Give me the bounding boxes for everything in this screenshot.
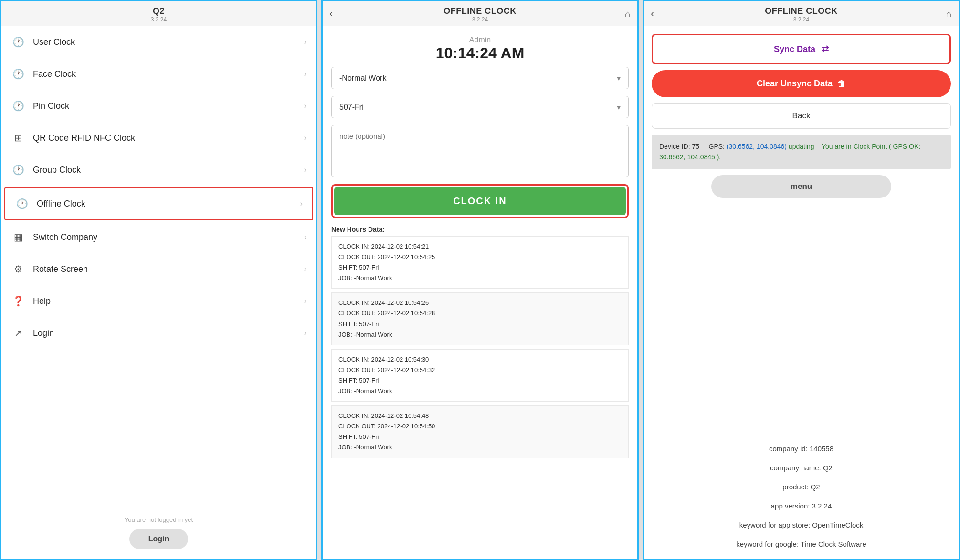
menu-label-switch-company: Switch Company [33,232,304,242]
panel-offline-clock: ‹ OFFLINE CLOCK 3.2.24 ⌂ Admin 10:14:24 … [321,0,639,560]
company-name-row: company name: Q2 [652,461,951,475]
panel1-version: 3.2.24 [1,16,316,23]
menu-icon-qr-code: ⊞ [11,131,25,145]
menu-item-user-clock[interactable]: 🕐 User Clock › [1,26,316,58]
menu-icon-face-clock: 🕐 [11,67,25,81]
menu-label-user-clock: User Clock [33,37,304,47]
menu-item-rotate-screen[interactable]: ⚙ Rotate Screen › [1,253,316,285]
panel3-header: ‹ OFFLINE CLOCK 3.2.24 ⌂ [644,1,959,26]
menu-arrow-pin-clock: › [304,102,306,110]
gps-status: updating [789,143,814,150]
menu-icon-help: ❓ [11,294,25,308]
job-select[interactable]: -Normal Work Other Job 1 [331,67,629,89]
menu-item-login[interactable]: ↗ Login › [1,317,316,349]
menu-arrow-rotate-screen: › [304,265,306,273]
panel2-title: OFFLINE CLOCK [323,6,637,16]
menu-footer: You are not logged in yet Login [1,507,316,559]
menu-label-rotate-screen: Rotate Screen [33,264,304,274]
menu-item-qr-code[interactable]: ⊞ QR Code RFID NFC Clock › [1,122,316,154]
menu-label-offline-clock: Offline Clock [37,199,300,209]
job-dropdown-wrapper: -Normal Work Other Job 1 ▼ [331,67,629,89]
menu-arrow-offline-clock: › [300,199,303,208]
menu-icon-login: ↗ [11,326,25,340]
hours-entry-0: CLOCK IN: 2024-12-02 10:54:21CLOCK OUT: … [331,236,629,289]
menu-item-offline-clock[interactable]: 🕐 Offline Clock › [4,187,313,220]
back-button[interactable]: Back [652,103,951,129]
menu-arrow-login: › [304,329,306,337]
device-id-label: Device ID: [659,143,692,150]
panel2-header: ‹ OFFLINE CLOCK 3.2.24 ⌂ [323,1,637,26]
menu-arrow-help: › [304,297,306,305]
menu-label-login: Login [33,328,304,338]
sync-icon: ⇄ [822,44,829,54]
product-row: product: Q2 [652,480,951,494]
panel-menu: Q2 3.2.24 🕐 User Clock › 🕐 Face Clock › … [0,0,317,560]
app-version-row: app version: 3.2.24 [652,499,951,513]
clear-label: Clear Unsync Data [757,79,833,89]
menu-icon-rotate-screen: ⚙ [11,262,25,276]
panel3-title: OFFLINE CLOCK [644,6,959,16]
panel2-version: 3.2.24 [323,16,637,23]
keyword-google-row: keyword for google: Time Clock Software [652,537,951,551]
sync-body: Sync Data ⇄ Clear Unsync Data 🗑 Back Dev… [644,26,959,559]
menu-arrow-qr-code: › [304,134,306,142]
clear-unsync-button[interactable]: Clear Unsync Data 🗑 [652,70,951,97]
menu-item-help[interactable]: ❓ Help › [1,285,316,317]
keyword-appstore-row: keyword for app store: OpenTimeClock [652,518,951,532]
shift-select[interactable]: 507-Fri Other Shift [331,96,629,118]
menu-icon-pin-clock: 🕐 [11,99,25,113]
panel2-back-button[interactable]: ‹ [329,8,333,20]
gps-coords: (30.6562, 104.0846) [727,143,787,150]
username-label: Admin [331,36,629,44]
menu-icon-group-clock: 🕐 [11,163,25,177]
sync-data-button[interactable]: Sync Data ⇄ [652,34,951,64]
panel-sync: ‹ OFFLINE CLOCK 3.2.24 ⌂ Sync Data ⇄ Cle… [643,0,960,560]
menu-icon-switch-company: ▦ [11,230,25,244]
time-display: 10:14:24 AM [331,44,629,62]
menu-item-pin-clock[interactable]: 🕐 Pin Clock › [1,90,316,122]
panel3-home-button[interactable]: ⌂ [946,8,952,19]
menu-label-qr-code: QR Code RFID NFC Clock [33,133,304,143]
hours-entry-2: CLOCK IN: 2024-12-02 10:54:30CLOCK OUT: … [331,349,629,402]
menu-item-switch-company[interactable]: ▦ Switch Company › [1,221,316,253]
hours-entries-container: CLOCK IN: 2024-12-02 10:54:21CLOCK OUT: … [331,236,629,462]
panel1-header: Q2 3.2.24 [1,1,316,26]
menu-item-face-clock[interactable]: 🕐 Face Clock › [1,58,316,90]
hours-entry-3: CLOCK IN: 2024-12-02 10:54:48CLOCK OUT: … [331,405,629,458]
note-textarea[interactable] [331,125,629,177]
menu-icon-user-clock: 🕐 [11,35,25,49]
menu-arrow-user-clock: › [304,38,306,46]
menu-label-help: Help [33,296,304,306]
device-info-box: Device ID: 75 GPS: (30.6562, 104.0846) u… [652,135,951,169]
company-info: company id: 140558 company name: Q2 prod… [652,442,951,551]
device-id-value: 75 [692,143,699,150]
menu-list: 🕐 User Clock › 🕐 Face Clock › 🕐 Pin Cloc… [1,26,316,349]
menu-label-group-clock: Group Clock [33,165,304,175]
trash-icon: 🗑 [837,79,846,89]
hours-entry-1: CLOCK IN: 2024-12-02 10:54:26CLOCK OUT: … [331,292,629,345]
shift-dropdown-wrapper: 507-Fri Other Shift ▼ [331,96,629,118]
not-logged-text: You are not logged in yet [11,516,306,523]
menu-button[interactable]: menu [711,175,891,198]
panel2-home-button[interactable]: ⌂ [625,8,631,19]
panel3-version: 3.2.24 [644,16,959,23]
menu-arrow-switch-company: › [304,233,306,241]
clock-body: Admin 10:14:24 AM -Normal Work Other Job… [323,26,637,559]
menu-item-group-clock[interactable]: 🕐 Group Clock › [1,154,316,186]
menu-label-face-clock: Face Clock [33,69,304,79]
login-button[interactable]: Login [129,529,189,549]
new-hours-label: New Hours Data: [331,226,629,233]
clock-in-wrapper: CLOCK IN [331,184,629,218]
company-id-row: company id: 140558 [652,442,951,456]
clock-in-button[interactable]: CLOCK IN [334,187,626,215]
panel1-title: Q2 [1,6,316,16]
menu-arrow-face-clock: › [304,70,306,78]
user-info: Admin 10:14:24 AM [331,26,629,67]
menu-label-pin-clock: Pin Clock [33,101,304,111]
panel3-back-button[interactable]: ‹ [651,8,654,20]
menu-icon-offline-clock: 🕐 [15,197,29,211]
gps-label: GPS: [709,143,727,150]
menu-arrow-group-clock: › [304,166,306,174]
sync-label: Sync Data ⇄ [774,44,829,54]
